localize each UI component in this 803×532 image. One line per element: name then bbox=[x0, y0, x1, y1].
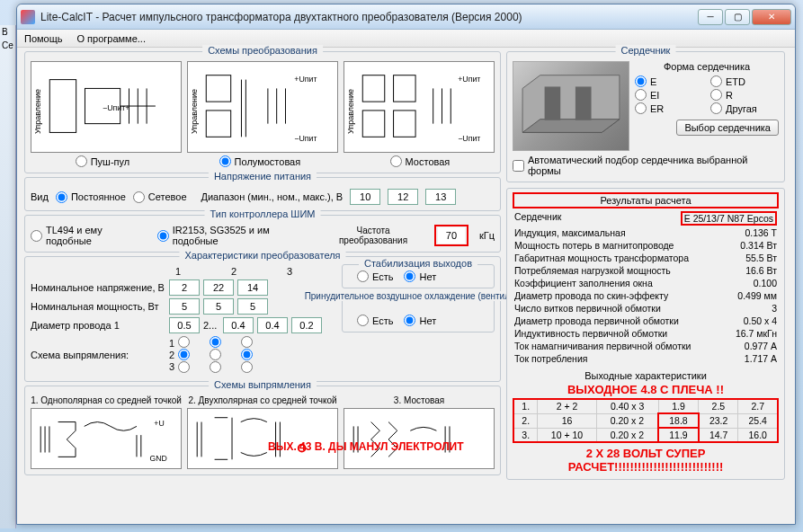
result-row: Число витков первичной обмотки3 bbox=[513, 302, 779, 315]
freq-input[interactable] bbox=[438, 227, 465, 244]
result-row: Диаметр провода первичной обмотки0.50 x … bbox=[513, 315, 779, 327]
rect-3-2-radio[interactable] bbox=[241, 349, 253, 360]
power-title: Напряжение питания bbox=[209, 171, 317, 182]
annotation-43v: ВЫХ. 43 В. ДЫ МАНУЛ ЭЛЕКТРОЛИТ bbox=[268, 440, 464, 453]
power-min-input[interactable] bbox=[350, 189, 380, 205]
stab-no-radio[interactable]: Нет bbox=[404, 270, 436, 282]
svg-text:−Uпит: −Uпит bbox=[294, 134, 317, 143]
svg-rect-11 bbox=[362, 111, 385, 137]
wire0-input[interactable] bbox=[169, 317, 200, 333]
wire3-input[interactable] bbox=[291, 317, 322, 333]
conversion-schemes-title: Схемы преобразования bbox=[202, 45, 323, 56]
output-row: 2.160.20 x 218.823.225.4 bbox=[513, 413, 778, 428]
close-button[interactable]: ✕ bbox=[752, 9, 791, 25]
svg-text:+Uпит: +Uпит bbox=[458, 75, 480, 84]
controller-ir2153-radio[interactable]: IR2153, SG3525 и им подобные bbox=[157, 225, 312, 246]
stab-yes-radio[interactable]: Есть bbox=[357, 270, 393, 282]
svg-rect-27 bbox=[545, 86, 561, 120]
svg-text:+Uпит: +Uпит bbox=[294, 75, 317, 84]
rect-3-3-radio[interactable] bbox=[241, 361, 253, 373]
cool-yes-radio[interactable]: Есть bbox=[357, 315, 393, 326]
rect-3-1-radio[interactable] bbox=[241, 336, 253, 348]
core-er-radio[interactable]: ER bbox=[635, 102, 703, 114]
rectification-schemes-group: Схемы выпрямления 1. Однополярная со сре… bbox=[24, 386, 501, 475]
minimize-button[interactable]: ─ bbox=[698, 9, 723, 25]
titlebar[interactable]: Lite-CalcIT - Расчет импульсного трансфо… bbox=[17, 4, 795, 30]
power-dc-radio[interactable]: Постоянное bbox=[56, 191, 126, 203]
wire1-input[interactable] bbox=[223, 317, 254, 333]
core-image bbox=[513, 61, 629, 151]
power-nom-input[interactable] bbox=[388, 189, 418, 205]
auto-core-label: Автоматический подбор сердечника выбранн… bbox=[528, 155, 779, 176]
background-app-strip: В Се bbox=[0, 25, 16, 528]
core-ei-radio[interactable]: EI bbox=[635, 89, 703, 101]
nom-p2-input[interactable] bbox=[203, 298, 234, 315]
rect-scheme1-title: 1. Однополярная со средней точкой bbox=[31, 395, 182, 406]
annotation-bottom: 2 Х 28 ВОЛЬТ СУПЕР РАСЧЕТ!!!!!!!!!!!!!!!… bbox=[513, 447, 779, 474]
scheme-bridge-radio[interactable]: Мостовая bbox=[390, 155, 451, 167]
core-r-radio[interactable]: R bbox=[710, 89, 779, 101]
rect-scheme3-title: 3. Мостовая bbox=[344, 395, 495, 406]
rect-1-3-radio[interactable] bbox=[178, 361, 190, 373]
svg-text:+U: +U bbox=[154, 419, 164, 428]
result-row: Мощность потерь в магнитопроводе0.314 Вт bbox=[513, 239, 779, 252]
stabilization-group: Стабилизация выходов Есть Нет bbox=[342, 264, 495, 288]
power-range-label: Диапазон (мин., ном., макс.), В bbox=[201, 191, 344, 202]
auto-core-checkbox[interactable] bbox=[513, 160, 524, 172]
result-core-value: E 25/13/7 N87 Epcos bbox=[681, 211, 777, 226]
cooling-group: Принудительное воздушное охлаждение (вен… bbox=[342, 297, 495, 332]
svg-marker-26 bbox=[522, 120, 620, 133]
maximize-button[interactable]: ▢ bbox=[725, 9, 750, 25]
rect-2-2-radio[interactable] bbox=[210, 349, 221, 360]
main-window: Lite-CalcIT - Расчет импульсного трансфо… bbox=[16, 4, 796, 525]
core-group: Сердечник Форма сердечника E bbox=[506, 51, 785, 182]
select-core-button[interactable]: Выбор сердечника bbox=[676, 120, 779, 136]
scheme-halfbridge-radio[interactable]: Полумостовая bbox=[219, 155, 301, 167]
result-row: Ток потребления1.717 А bbox=[513, 352, 779, 365]
rect-2-3-radio[interactable] bbox=[210, 361, 221, 373]
scheme-pushpull-radio[interactable]: Пуш-пул bbox=[76, 155, 130, 167]
output-row: 3.10 + 100.20 x 211.914.716.0 bbox=[513, 428, 778, 442]
power-supply-group: Напряжение питания Вид Постоянное Сетево… bbox=[24, 177, 501, 211]
svg-rect-4 bbox=[206, 75, 230, 102]
svg-rect-5 bbox=[206, 111, 230, 137]
power-ac-radio[interactable]: Сетевое bbox=[133, 191, 187, 203]
controller-group: Тип контроллера ШИМ TL494 и ему подобные… bbox=[24, 215, 501, 253]
output-table: 1.2 + 20.40 x 31.92.52.72.160.20 x 218.8… bbox=[513, 398, 779, 443]
results-group: Результаты расчета Сердечник E 25/13/7 N… bbox=[506, 188, 785, 480]
result-row: Диаметр провода по скин-эффекту0.499 мм bbox=[513, 289, 779, 302]
nom-v-label: Номинальное напряжение, В bbox=[31, 282, 165, 293]
rect-1-2-radio[interactable] bbox=[178, 349, 190, 360]
wire2-input[interactable] bbox=[257, 317, 288, 333]
rect-1-1-radio[interactable] bbox=[178, 336, 190, 348]
power-max-input[interactable] bbox=[425, 189, 456, 205]
svg-rect-0 bbox=[49, 80, 76, 133]
nom-v1-input[interactable] bbox=[169, 279, 200, 296]
result-row: Габаритная мощность трансформатора55.5 В… bbox=[513, 252, 779, 264]
core-e-radio[interactable]: E bbox=[635, 75, 703, 87]
characteristics-group: Характеристики преобразователя 1 2 3 Ном bbox=[24, 256, 501, 382]
nom-p1-input[interactable] bbox=[169, 298, 200, 315]
app-icon bbox=[21, 10, 35, 24]
window-title: Lite-CalcIT - Расчет импульсного трансфо… bbox=[40, 11, 698, 23]
scheme-halfbridge-diagram: Управление +Uпит −Uпит bbox=[187, 61, 338, 153]
nom-v3-input[interactable] bbox=[237, 279, 268, 296]
scheme-bridge-diagram: Управление +Uпит −Uпит bbox=[344, 61, 495, 153]
cool-no-radio[interactable]: Нет bbox=[404, 315, 436, 326]
rect-2-1-radio[interactable] bbox=[210, 336, 221, 348]
result-row: Коэффициент заполнения окна0.100 bbox=[513, 277, 779, 289]
core-etd-radio[interactable]: ETD bbox=[710, 75, 779, 87]
results-title-highlight: Результаты расчета bbox=[513, 192, 779, 208]
nom-v2-input[interactable] bbox=[203, 279, 234, 296]
svg-text:−Uпит: −Uпит bbox=[458, 134, 480, 143]
nom-p3-input[interactable] bbox=[237, 298, 268, 315]
core-other-radio[interactable]: Другая bbox=[710, 102, 779, 114]
menu-about[interactable]: О программе... bbox=[77, 33, 146, 44]
freq-label: Частота преобразования bbox=[323, 226, 424, 245]
menu-help[interactable]: Помощь bbox=[24, 33, 63, 44]
rect-scheme3-diagram bbox=[344, 408, 495, 469]
controller-tl494-radio[interactable]: TL494 и ему подобные bbox=[31, 225, 147, 246]
rect-label: Схема выпрямления: bbox=[31, 350, 165, 360]
annotation-48v: ВЫХОДНОЕ 4.8 С ПЛЕЧА !! bbox=[513, 383, 779, 396]
core-title: Сердечник bbox=[616, 45, 676, 56]
